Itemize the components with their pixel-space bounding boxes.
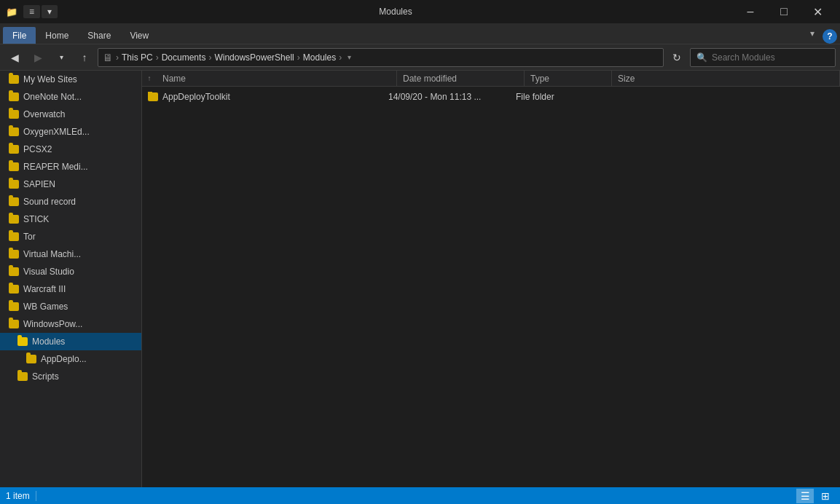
sidebar-item-windowspowershell[interactable]: WindowsPow... bbox=[0, 315, 141, 333]
address-bar: ◀ ▶ ▾ ↑ 🖥 › This PC › Documents › Window… bbox=[0, 44, 840, 71]
ribbon: File Home Share View ▾ ? bbox=[0, 23, 840, 44]
breadcrumb-sep-1: › bbox=[156, 52, 159, 63]
folder-icon bbox=[9, 285, 19, 294]
details-view-button[interactable]: ☰ bbox=[796, 489, 814, 503]
ribbon-dropdown-button[interactable]: ▾ bbox=[802, 23, 823, 44]
title-bar: 📁 ≡ ▾ Modules – □ ✕ bbox=[0, 0, 840, 23]
sidebar-scroll: My Web Sites OneNote Not... Overwatch Ox… bbox=[0, 71, 141, 487]
sidebar-item-tor[interactable]: Tor bbox=[0, 228, 141, 245]
title-bar-menu: ≡ ▾ bbox=[23, 5, 58, 18]
breadcrumb-sep-2: › bbox=[208, 52, 211, 63]
folder-icon bbox=[9, 110, 19, 119]
file-list-header: ↑ Name Date modified Type Size bbox=[142, 71, 840, 87]
breadcrumb-documents[interactable]: Documents bbox=[162, 52, 206, 63]
folder-icon bbox=[17, 372, 28, 381]
menu-dropdown-button[interactable]: ▾ bbox=[42, 5, 58, 18]
file-type-cell: File folder bbox=[516, 92, 603, 102]
window-controls: – □ ✕ bbox=[734, 0, 834, 23]
breadcrumb-windowspowershell[interactable]: WindowsPowerShell bbox=[214, 52, 294, 63]
close-button[interactable]: ✕ bbox=[801, 0, 834, 23]
folder-open-icon bbox=[17, 337, 28, 346]
sidebar-item-virtual-machine[interactable]: Virtual Machi... bbox=[0, 245, 141, 263]
refresh-button[interactable]: ↻ bbox=[667, 47, 687, 68]
sidebar-item-onenote[interactable]: OneNote Not... bbox=[0, 88, 141, 106]
folder-icon bbox=[9, 302, 19, 311]
column-header-type[interactable]: Type bbox=[525, 71, 612, 86]
sidebar-item-my-web-sites[interactable]: My Web Sites bbox=[0, 71, 141, 88]
breadcrumb-thispc[interactable]: This PC bbox=[122, 52, 153, 63]
sidebar-item-warcraft[interactable]: Warcraft III bbox=[0, 280, 141, 298]
app-icon: 📁 bbox=[6, 6, 17, 17]
sidebar: My Web Sites OneNote Not... Overwatch Ox… bbox=[0, 71, 142, 487]
breadcrumb-separator: › bbox=[116, 52, 119, 63]
up-button[interactable]: ↑ bbox=[74, 47, 95, 68]
sidebar-item-sapien[interactable]: SAPIEN bbox=[0, 176, 141, 193]
sidebar-item-pcsx2[interactable]: PCSX2 bbox=[0, 141, 141, 158]
folder-icon bbox=[9, 197, 19, 206]
folder-icon bbox=[9, 162, 19, 171]
sidebar-item-overwatch[interactable]: Overwatch bbox=[0, 106, 141, 123]
tab-view[interactable]: View bbox=[120, 27, 158, 44]
status-bar: 1 item ☰ ⊞ bbox=[0, 487, 840, 504]
breadcrumb-sep-3: › bbox=[297, 52, 300, 63]
sidebar-item-scripts[interactable]: Scripts bbox=[0, 368, 141, 385]
tab-home[interactable]: Home bbox=[36, 27, 78, 44]
search-input[interactable] bbox=[712, 52, 829, 63]
table-row[interactable]: AppDeployToolkit 14/09/20 - Mon 11:13 ..… bbox=[142, 87, 840, 107]
main-content: My Web Sites OneNote Not... Overwatch Ox… bbox=[0, 71, 840, 487]
search-box[interactable]: 🔍 bbox=[690, 48, 836, 67]
folder-icon bbox=[9, 75, 19, 84]
file-date-cell: 14/09/20 - Mon 11:13 ... bbox=[388, 92, 516, 102]
breadcrumb: 🖥 › This PC › Documents › WindowsPowerSh… bbox=[98, 48, 664, 67]
sidebar-item-visual-studio[interactable]: Visual Studio bbox=[0, 263, 141, 280]
column-header-size[interactable]: Size bbox=[612, 71, 840, 86]
sort-indicator: ↑ bbox=[142, 71, 157, 86]
sidebar-item-oxygenxml[interactable]: OxygenXMLEd... bbox=[0, 123, 141, 141]
tab-file[interactable]: File bbox=[3, 27, 36, 44]
sidebar-item-wb-games[interactable]: WB Games bbox=[0, 298, 141, 315]
file-pane: ↑ Name Date modified Type Size AppDeploy… bbox=[142, 71, 840, 487]
folder-icon bbox=[9, 92, 19, 101]
search-icon: 🔍 bbox=[696, 52, 707, 63]
help-button[interactable]: ? bbox=[823, 29, 837, 44]
status-right: ☰ ⊞ bbox=[796, 489, 834, 503]
sidebar-item-stick[interactable]: STICK bbox=[0, 210, 141, 228]
folder-icon bbox=[9, 267, 19, 276]
folder-icon bbox=[9, 320, 19, 328]
folder-icon bbox=[9, 180, 19, 189]
folder-icon bbox=[9, 127, 19, 136]
ribbon-tabs: File Home Share View ▾ ? bbox=[0, 23, 840, 44]
sidebar-item-modules[interactable]: Modules bbox=[0, 333, 141, 350]
window-title: Modules bbox=[63, 7, 728, 17]
sidebar-item-appdeploykit[interactable]: AppDeplo... bbox=[0, 350, 141, 368]
minimize-button[interactable]: – bbox=[734, 0, 767, 23]
hamburger-menu-button[interactable]: ≡ bbox=[23, 5, 40, 18]
folder-icon bbox=[9, 145, 19, 154]
column-header-date[interactable]: Date modified bbox=[397, 71, 525, 86]
forward-button[interactable]: ▶ bbox=[28, 47, 48, 68]
breadcrumb-modules[interactable]: Modules bbox=[303, 52, 336, 63]
breadcrumb-dropdown-button[interactable]: ▾ bbox=[348, 53, 351, 61]
maximize-button[interactable]: □ bbox=[767, 0, 801, 23]
folder-icon bbox=[148, 92, 158, 101]
column-header-name[interactable]: Name bbox=[157, 71, 397, 86]
folder-icon bbox=[9, 250, 19, 259]
large-icons-view-button[interactable]: ⊞ bbox=[817, 489, 834, 503]
folder-icon bbox=[9, 232, 19, 241]
recent-locations-button[interactable]: ▾ bbox=[51, 47, 71, 68]
folder-icon bbox=[26, 355, 36, 363]
file-rows: AppDeployToolkit 14/09/20 - Mon 11:13 ..… bbox=[142, 87, 840, 487]
file-name-cell: AppDeployToolkit bbox=[148, 92, 388, 102]
breadcrumb-sep-4: › bbox=[339, 52, 342, 63]
sidebar-item-reaper[interactable]: REAPER Medi... bbox=[0, 158, 141, 176]
status-separator bbox=[36, 491, 36, 501]
folder-icon bbox=[9, 215, 19, 224]
tab-share[interactable]: Share bbox=[78, 27, 120, 44]
sidebar-item-sound-record[interactable]: Sound record bbox=[0, 193, 141, 210]
back-button[interactable]: ◀ bbox=[4, 47, 25, 68]
item-count: 1 item bbox=[6, 491, 30, 501]
